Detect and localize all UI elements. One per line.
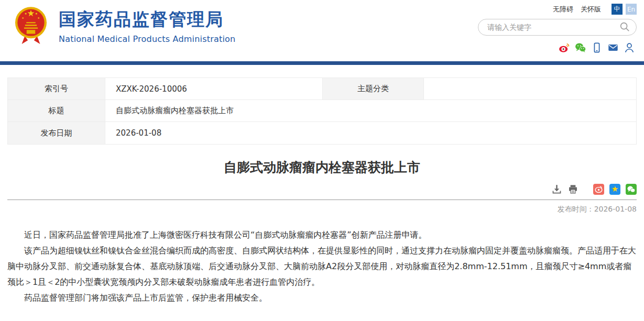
mobile-icon[interactable]: [591, 42, 603, 53]
mail-icon[interactable]: [607, 42, 619, 53]
meta-label-publish-date: 发布日期: [8, 122, 105, 144]
share-qzone-icon[interactable]: ★: [609, 184, 620, 195]
meta-value-category: [424, 78, 636, 100]
wechat-icon[interactable]: [575, 42, 586, 53]
search-input[interactable]: [487, 23, 618, 31]
qzone-star-glyph: ★: [612, 185, 618, 193]
brand-text: 国家药品监督管理局 National Medical Products Admi…: [59, 8, 235, 44]
meta-label-title: 标题: [8, 100, 105, 122]
utility-nav: 无障碍 关怀版 中 En: [553, 4, 637, 15]
site-subtitle: National Medical Products Administration: [59, 34, 235, 44]
toolbar-divider: [7, 200, 637, 200]
search-icon[interactable]: [618, 21, 631, 34]
care-mode-link[interactable]: 关怀版: [581, 5, 601, 14]
page: ★ ★ ★ ★ 国家药品监督管理局 National Medical Produ…: [0, 0, 644, 321]
article-paragraph: 近日，国家药品监督管理局批准了上海微密医疗科技有限公司“自膨式动脉瘤瘤内栓塞器”…: [7, 227, 637, 243]
svg-text:★: ★: [22, 17, 25, 19]
person-icon[interactable]: [624, 42, 635, 53]
meta-label-index: 索引号: [8, 78, 105, 100]
site-brand[interactable]: ★ ★ ★ ★ 国家药品监督管理局 National Medical Produ…: [15, 5, 235, 46]
article-main: 索引号 XZXK-2026-10006 主题分类 标题 自膨式动脉瘤瘤内栓塞器获…: [0, 78, 644, 306]
document-meta-table: 索引号 XZXK-2026-10006 主题分类 标题 自膨式动脉瘤瘤内栓塞器获…: [7, 78, 637, 145]
social-icons-row: [559, 42, 635, 53]
article-title: 自膨式动脉瘤瘤内栓塞器获批上市: [7, 159, 637, 176]
svg-text:★: ★: [35, 12, 38, 15]
article-paragraph: 药品监督管理部门将加强该产品上市后监管，保护患者用械安全。: [7, 290, 637, 306]
header-band-divider: [0, 61, 644, 65]
svg-text:★: ★: [38, 17, 40, 19]
share-wechat-icon[interactable]: [626, 184, 637, 195]
publish-time: 发布时间：2026-01-08: [7, 205, 637, 214]
article-toolbar: ★: [7, 184, 637, 200]
article-paragraph: 该产品为超细镍钛丝和镍钛合金丝混合编织而成的高密度、自膨式网状结构体，在提供显影…: [7, 243, 637, 290]
national-emblem-logo: ★ ★ ★ ★: [15, 5, 47, 46]
article-body: 近日，国家药品监督管理局批准了上海微密医疗科技有限公司“自膨式动脉瘤瘤内栓塞器”…: [7, 227, 637, 306]
meta-value-index: XZXK-2026-10006: [105, 78, 323, 100]
share-weibo-icon[interactable]: [593, 184, 604, 195]
svg-text:★: ★: [24, 12, 27, 15]
site-title: 国家药品监督管理局: [59, 8, 235, 31]
search-box: [478, 19, 637, 36]
download-icon[interactable]: [551, 184, 562, 195]
lang-zh-button[interactable]: 中: [612, 4, 623, 15]
lang-en-button[interactable]: En: [626, 4, 637, 15]
meta-value-title: 自膨式动脉瘤瘤内栓塞器获批上市: [105, 100, 636, 122]
weibo-icon[interactable]: [559, 42, 570, 53]
print-icon[interactable]: [567, 184, 578, 195]
meta-value-publish-date: 2026-01-08: [105, 122, 636, 144]
meta-label-category: 主题分类: [323, 78, 424, 100]
accessibility-link[interactable]: 无障碍: [553, 5, 573, 14]
site-header: ★ ★ ★ ★ 国家药品监督管理局 National Medical Produ…: [0, 0, 644, 61]
